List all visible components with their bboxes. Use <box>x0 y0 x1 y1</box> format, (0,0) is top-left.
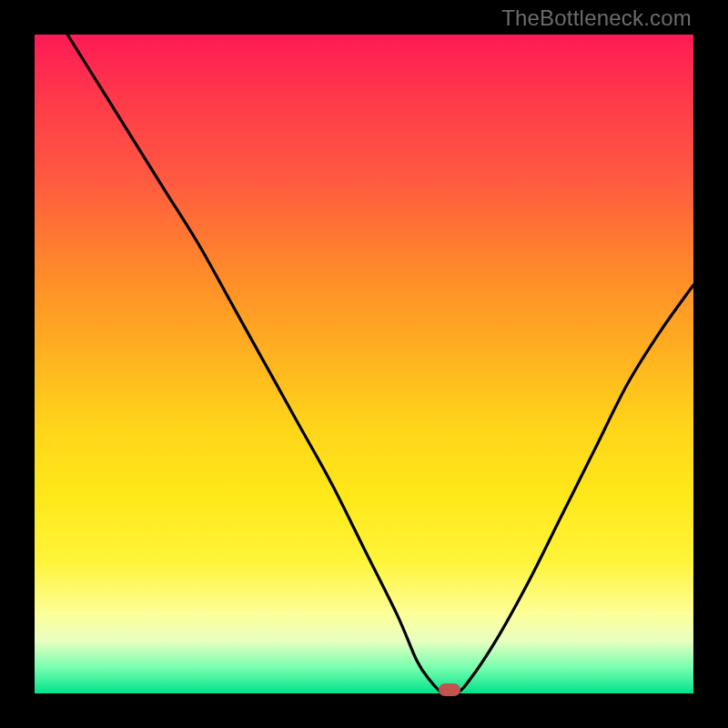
bottleneck-curve <box>35 35 693 693</box>
minimum-marker <box>439 683 460 696</box>
chart-frame: TheBottleneck.com <box>0 0 728 728</box>
plot-area <box>35 35 693 693</box>
watermark-text: TheBottleneck.com <box>501 5 692 31</box>
